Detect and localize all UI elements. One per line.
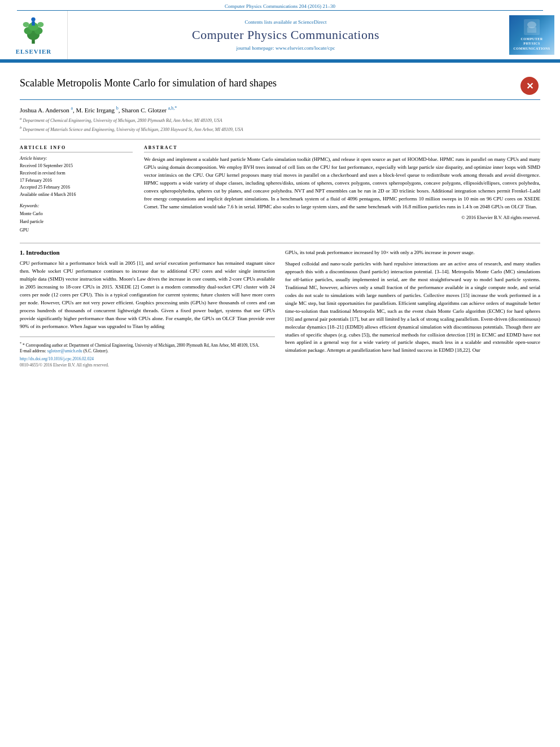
available-date: Available online 4 March 2016 — [20, 191, 133, 199]
abstract-copyright: © 2016 Elsevier B.V. All rights reserved… — [144, 215, 540, 220]
section-divider-1 — [20, 139, 540, 139]
sciencedirect-link[interactable]: ScienceDirect — [298, 19, 326, 25]
elsevier-logo-area: ELSEVIER — [0, 11, 68, 59]
journal-header: ELSEVIER Contents lists available at Sci… — [0, 11, 560, 60]
article-info-col: ARTICLE INFO Article history: Received 1… — [20, 145, 133, 237]
author-sup-a: a — [71, 106, 73, 111]
doi-link[interactable]: http://dx.doi.org/10.1016/j.cpc.2016.02.… — [20, 356, 275, 361]
issn-copyright: 0010-4655/© 2016 Elsevier B.V. All right… — [20, 362, 275, 368]
aff-sup-b: b — [20, 125, 22, 130]
keywords-label: Keywords: — [20, 203, 133, 208]
abstract-text: We design and implement a scalable hard … — [144, 156, 540, 211]
article-title: Scalable Metropolis Monte Carlo for simu… — [20, 77, 515, 90]
elsevier-brand-text: ELSEVIER — [16, 48, 52, 55]
section-1-left-text: CPU performance hit a performance brick … — [20, 260, 275, 330]
journal-badge-area: COMPUTER PHYSICS COMMUNICATIONS — [504, 11, 560, 59]
abstract-col: ABSTRACT We design and implement a scala… — [144, 145, 540, 237]
affiliation-b: b Department of Materials Science and En… — [20, 125, 540, 133]
journal-citation-bar: Computer Physics Communications 204 (201… — [17, 0, 543, 11]
revised-date: 17 February 2016 — [20, 177, 133, 185]
affiliations: a Department of Chemical Engineering, Un… — [20, 116, 540, 133]
info-abstract-section: ARTICLE INFO Article history: Received 1… — [20, 145, 540, 237]
footnote-email: E-mail address: sglotzer@umich.edu (S.C.… — [20, 348, 275, 354]
received-date: Received 10 September 2015 — [20, 163, 133, 170]
body-col-right: GPUs, its total peak performance increas… — [285, 249, 540, 367]
article-content: Scalable Metropolis Monte Carlo for simu… — [0, 63, 560, 376]
main-body-section: 1. Introduction CPU performance hit a pe… — [20, 243, 540, 367]
journal-badge: COMPUTER PHYSICS COMMUNICATIONS — [509, 15, 554, 55]
svg-rect-11 — [527, 27, 536, 33]
section-1-title: 1. Introduction — [20, 249, 275, 256]
page-wrapper: Computer Physics Communications 204 (201… — [0, 0, 560, 376]
journal-homepage-line: journal homepage: www.elsevier.com/locat… — [237, 45, 335, 51]
keywords-section: Keywords: Monte Carlo Hard particle GPU — [20, 203, 133, 234]
section-1-right-text-2: Shaped colloidal and nano-scale particle… — [285, 260, 540, 355]
keyword-3: GPU — [20, 226, 133, 234]
crossmark-icon — [520, 77, 539, 95]
badge-icon — [524, 19, 540, 35]
article-history: Article history: Received 10 September 2… — [20, 156, 133, 199]
crossmark-badge[interactable] — [520, 77, 540, 97]
keyword-2: Hard particle — [20, 218, 133, 226]
journal-title-area: Contents lists available at ScienceDirec… — [68, 11, 504, 59]
journal-url[interactable]: www.elsevier.com/locate/cpc — [275, 45, 335, 51]
svg-point-7 — [32, 18, 36, 21]
svg-rect-8 — [32, 21, 36, 25]
section-1-right-text-1: GPUs, its total peak performance increas… — [285, 249, 540, 257]
keyword-1: Monte Carlo — [20, 210, 133, 218]
aff-sup-a: a — [20, 116, 22, 121]
author-sup-ab: a,b,* — [168, 106, 177, 111]
contents-available-line: Contents lists available at ScienceDirec… — [245, 19, 327, 25]
received-revised-label: Received in revised form — [20, 170, 133, 177]
footnote-section: * * Corresponding author at: Department … — [20, 337, 275, 368]
journal-citation: Computer Physics Communications 204 (201… — [225, 3, 335, 9]
svg-point-6 — [38, 22, 44, 27]
article-title-section: Scalable Metropolis Monte Carlo for simu… — [20, 71, 540, 100]
elsevier-logo: ELSEVIER — [16, 15, 52, 55]
footnote-star: * * Corresponding author at: Department … — [20, 340, 275, 348]
accepted-date: Accepted 25 February 2016 — [20, 184, 133, 191]
svg-point-5 — [23, 22, 29, 27]
badge-label: COMPUTER PHYSICS COMMUNICATIONS — [513, 37, 550, 51]
body-col-left: 1. Introduction CPU performance hit a pe… — [20, 249, 275, 367]
authors-line: Joshua A. Anderson a, M. Eric Irrgang b,… — [20, 106, 540, 113]
affiliation-a: a Department of Chemical Engineering, Un… — [20, 116, 540, 124]
author-sup-b: b — [116, 106, 119, 111]
elsevier-tree-icon — [16, 15, 50, 46]
article-info-header: ARTICLE INFO — [20, 145, 133, 152]
abstract-header: ABSTRACT — [144, 145, 540, 152]
journal-name: Computer Physics Communications — [192, 28, 379, 42]
history-label: Article history: — [20, 156, 133, 161]
authors-section: Joshua A. Anderson a, M. Eric Irrgang b,… — [20, 106, 540, 133]
footnote-email-link[interactable]: sglotzer@umich.edu — [47, 348, 82, 353]
